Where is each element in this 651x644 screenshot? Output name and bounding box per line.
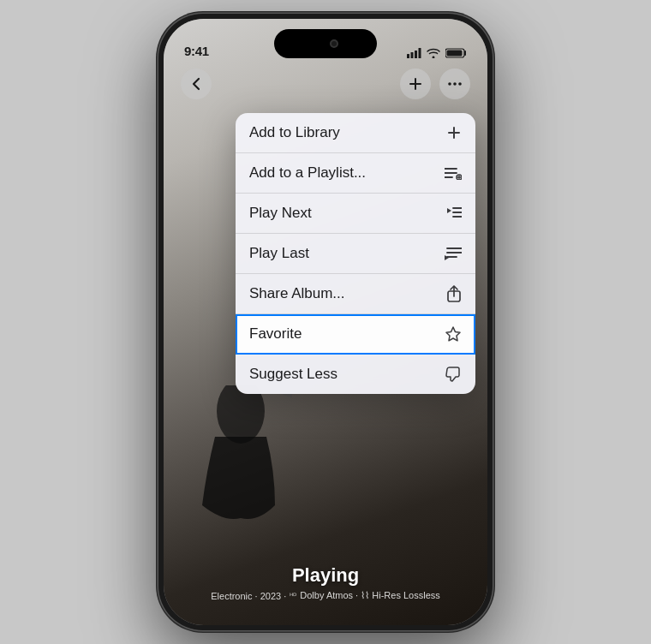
play-next-icon	[445, 206, 462, 220]
menu-label-favorite: Favorite	[249, 325, 302, 343]
context-menu: Add to Library Add to a Playlist...	[236, 113, 475, 394]
playing-title: Playing	[164, 564, 487, 587]
chevron-left-icon	[192, 77, 200, 91]
menu-label-add-to-playlist: Add to a Playlist...	[249, 164, 366, 182]
top-action-bar	[164, 69, 487, 99]
svg-point-8	[448, 82, 451, 86]
ellipsis-icon	[448, 82, 462, 86]
menu-label-share-album: Share Album...	[249, 285, 345, 302]
svg-marker-22	[445, 255, 449, 260]
plus-icon	[409, 78, 421, 90]
menu-label-play-next: Play Next	[249, 205, 312, 222]
share-icon	[446, 285, 462, 302]
menu-item-share-album[interactable]: Share Album...	[236, 274, 475, 314]
status-time: 9:41	[184, 44, 209, 58]
back-button[interactable]	[181, 69, 212, 99]
svg-marker-15	[447, 208, 451, 213]
svg-rect-4	[415, 51, 417, 58]
more-button[interactable]	[439, 69, 470, 99]
svg-point-0	[217, 385, 265, 444]
star-icon	[445, 325, 462, 343]
play-last-icon	[445, 247, 462, 260]
status-icons	[407, 48, 467, 58]
camera-dot	[330, 39, 338, 48]
menu-item-suggest-less[interactable]: Suggest Less	[236, 355, 475, 394]
svg-point-10	[458, 82, 462, 86]
svg-rect-7	[447, 51, 463, 57]
plus-icon	[446, 125, 462, 140]
menu-label-add-to-library: Add to Library	[249, 124, 340, 141]
wifi-icon	[427, 48, 440, 58]
silhouette-figure	[189, 385, 292, 540]
menu-item-add-to-library[interactable]: Add to Library	[236, 113, 475, 153]
menu-label-suggest-less: Suggest Less	[249, 366, 337, 383]
playing-metadata: Electronic · 2023 · ᴴᴰ Dolby Atmos · ⌇⌇ …	[164, 590, 487, 601]
dynamic-island	[274, 29, 377, 58]
top-bar-right-buttons	[400, 69, 470, 99]
menu-item-play-next[interactable]: Play Next	[236, 194, 475, 234]
signal-icon	[407, 48, 421, 58]
now-playing-section: Playing Electronic · 2023 · ᴴᴰ Dolby Atm…	[164, 564, 487, 601]
svg-rect-2	[407, 54, 409, 58]
menu-item-add-to-playlist[interactable]: Add to a Playlist...	[236, 153, 475, 194]
svg-rect-3	[411, 52, 414, 58]
menu-item-favorite[interactable]: Favorite	[236, 314, 475, 355]
battery-icon	[445, 48, 467, 58]
add-button[interactable]	[400, 69, 431, 99]
thumbs-down-icon	[445, 366, 462, 383]
menu-item-play-last[interactable]: Play Last	[236, 234, 475, 274]
phone-device: 9:41	[158, 14, 493, 630]
svg-point-9	[453, 82, 457, 86]
svg-rect-5	[419, 48, 421, 58]
menu-label-play-last: Play Last	[249, 245, 309, 262]
phone-screen: 9:41	[164, 19, 487, 625]
playlist-add-icon	[445, 166, 462, 180]
